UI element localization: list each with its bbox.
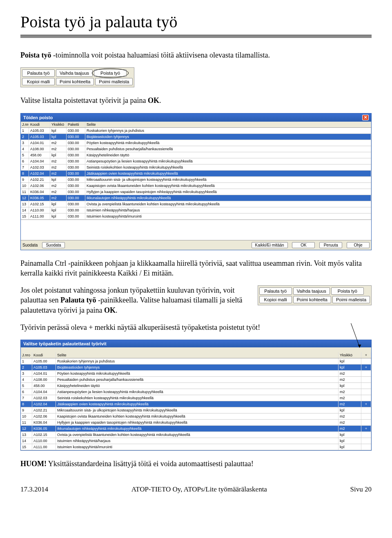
dialog1-footer: Suodata Suodata Kaikki/Ei mitään OK Peru… [21,240,371,250]
table-row[interactable]: 13A102.15kpl030.00Ovista ja ovenpielistä… [21,201,371,207]
col2-jnro: J.nro [21,352,32,358]
dialog-valitse-tyopaketin: Valitse työpaketin palautettavat työrivi… [20,340,372,451]
col2-yksikko: Yksikkö [339,352,361,358]
dialog2-header-row: J.nro Koodi Selite Yksikkö + [21,352,371,358]
para4-d: OK [104,306,116,314]
table-row[interactable]: 8A102.04Jääkaappien ovien kosteapyyhintä… [21,401,371,407]
btn-poimi-kohteelta[interactable]: Poimi kohteelta [56,78,94,85]
col2-koodi: Koodi [32,352,56,358]
dialog2-titlebar: Valitse työpaketin palautettavat työrivi… [21,340,371,347]
table-row[interactable]: 7A102.03Seinistä roiskekohtien kosteapyy… [21,395,371,401]
btn-peruuta[interactable]: Peruuta [319,242,342,248]
btn-poista-tyo-2[interactable]: Poista työ [331,287,364,295]
para2-c: . [159,96,161,104]
table-row[interactable]: 8A102.04m2030.00Jääkaappien ovien kostea… [21,171,371,177]
btn-kopioi-malli-2[interactable]: Kopioi malli [259,296,292,303]
col-koodi: Koodi [29,122,50,127]
dialog2-title: Valitse työpaketin palautettavat työrivi… [23,341,107,346]
toolbar-screenshot-2: Palauta työ Vaihda taajuus Poista työ Ko… [258,285,372,305]
table-row[interactable]: 15A111.00Istuimien kosteapyyhintä/imuroi… [21,444,371,450]
table-row[interactable]: 3A104.01m2030.00Pöytien kosteapyyhintä m… [21,140,371,146]
huom-bold: HUOM! [20,460,47,468]
dialog2-pad [21,347,371,352]
btn-poimi-kohteelta-2[interactable]: Poimi kohteelta [293,296,331,303]
col-paketti: Paketti [67,122,85,127]
btn-vaihda-taajuus[interactable]: Vaihda taajuus [56,69,93,77]
table-row[interactable]: 10A102.06Kaapistojen ovista likaantuneid… [21,414,371,420]
col-yksikko: Yksikkö [50,122,67,127]
table-row[interactable]: 12K036.05m2030.00Ikkunalautojen nihkeäpy… [21,195,371,201]
suodata-label: Suodata [22,243,38,247]
table-row[interactable]: 2A105.03Biojäteastioiden tyhjennyskpl+ [21,365,371,371]
btn-poista-tyo[interactable]: Poista työ [94,69,127,77]
paragraph-5: Työrivin perässä oleva + merkki näytää a… [20,322,372,332]
para4-b: Palauta työ [60,296,96,304]
table-row[interactable]: 14A110.00kpl030.00Istuimien nihkeäpyyhin… [21,207,371,213]
title-rule [20,35,372,38]
col2-plus: + [361,352,371,358]
btn-kopioi-malli[interactable]: Kopioi malli [22,78,55,85]
para2-a: Valitse listalta poistettavat työrivit j… [20,96,148,104]
dialog1-title: Töiden poisto [23,115,53,120]
footer-page: Sivu 20 [350,485,372,494]
paragraph-1: Poista työ -toiminnolla voit poistaa hal… [20,50,372,60]
btn-kaikki-ei-mitaan[interactable]: Kaikki/Ei mitään [252,242,288,248]
dialog1-whitespace [21,220,371,240]
table-row[interactable]: 13A102.15Ovista ja ovenpielistä likaantu… [21,432,371,438]
table-row[interactable]: 15A111.00kpl030.00Istuimien kosteapyyhin… [21,213,371,220]
table-row[interactable]: 11K036.04Hyllyjen ja kaappien vapaiden t… [21,420,371,426]
dialog-toiden-poisto: Töiden poisto ✕ J.nro Koodi Yksikkö Pake… [20,113,372,250]
footer-center: ATOP-TIETO Oy, ATOPs/Lite työmäärälasken… [131,485,267,494]
paragraph-3: Painamalla Ctrl -painikkeen pohjaan ja k… [20,258,372,278]
table-row[interactable]: 7A102.03m2030.00Seinistä roiskekohtien k… [21,165,371,171]
table-row[interactable]: 5458.00kpl030.00Käsipyyhetelineiden täyt… [21,152,371,158]
btn-poimi-malleista-2[interactable]: Poimi malleista [332,296,370,303]
table-row[interactable]: 12K036.05Ikkunalautojen nihkeäpyyhintä m… [21,426,371,432]
btn-palauta-tyo[interactable]: Palauta työ [22,69,55,77]
dialog1-titlebar: Töiden poisto ✕ [21,113,371,122]
col2-selite: Selite [56,352,339,358]
table-row[interactable]: 14A110.00Istuimien nihkeäpyyhintä/harjau… [21,438,371,444]
table-row[interactable]: 9A102.21Mikroaaltouunin sisä- ja ulkopin… [21,407,371,414]
table-row[interactable]: 4A108.00Pesualtaiden puhdistus pesuharja… [21,377,371,383]
table-row[interactable]: 4A108.00m2030.00Pesualtaiden puhdistus p… [21,146,371,152]
col-jnro: J.nro [21,122,29,127]
paragraph-2: Valitse listalta poistettavat työrivit j… [20,96,372,105]
para1-bold: Poista työ [20,51,53,59]
table-row[interactable]: 6A104.04Astianpesupöytien ja liesien kos… [21,389,371,395]
dialog1-header-row: J.nro Koodi Yksikkö Paketti Selite [21,122,371,128]
suodata-button[interactable]: Suodata [42,242,65,248]
para2-b: OK [148,96,159,104]
btn-ohje[interactable]: Ohje [347,242,370,248]
close-icon[interactable]: ✕ [362,115,369,120]
page-title: Poista työ ja palauta työ [20,12,372,31]
col-selite: Selite [85,122,371,127]
table-row[interactable]: 10A102.06m2030.00Kaapistojen ovista lika… [21,183,371,189]
btn-vaihda-taajuus-2[interactable]: Vaihda taajuus [293,287,330,295]
table-row[interactable]: 1A105.03kpl030.00Roskakorien tyhjennys j… [21,128,371,134]
huom-rest: Yksittäisstandardeina lisättyjä töitä ei… [47,460,254,468]
btn-ok[interactable]: OK [292,242,315,248]
page-footer: 17.3.2014 ATOP-TIETO Oy, ATOPs/Lite työm… [20,485,372,494]
para1-rest: -toiminnolla voit poistaa haluamiasi töi… [53,51,270,59]
table-row[interactable]: 5458.00Käsipyyhetelineiden täyttökpl [21,383,371,389]
table-row[interactable]: 11K036.04m2030.00Hyllyjen ja kaappien va… [21,189,371,195]
table-row[interactable]: 2A105.03kpl030.00Biojäteastioiden tyhjen… [21,134,371,140]
btn-poimi-malleista[interactable]: Poimi malleista [95,78,133,85]
table-row[interactable]: 6A104.04m2030.00Astianpesupöytien ja lie… [21,158,371,165]
huom-paragraph: HUOM! Yksittäisstandardeina lisättyjä tö… [20,459,372,469]
table-row[interactable]: 9A102.21kpl030.00Mikroaaltouunin sisä- j… [21,177,371,183]
paragraph-4: Jos olet poistanut vahingossa jonkun työ… [20,285,249,315]
para4-e: . [116,306,118,314]
table-row[interactable]: 1A105.00Roskakorien tyhjennys ja puhdist… [21,358,371,365]
btn-palauta-tyo-2[interactable]: Palauta työ [259,287,292,295]
table-row[interactable]: 3A104.01Pöytien kosteapyyhintä mikrokuit… [21,371,371,377]
footer-date: 17.3.2014 [20,485,48,494]
toolbar-screenshot-1: Palauta työ Vaihda taajuus Poista työ Ko… [20,67,134,87]
